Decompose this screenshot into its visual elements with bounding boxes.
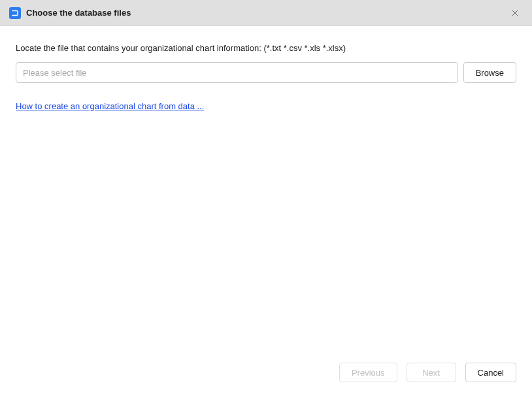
file-picker-row: Browse [16,62,516,83]
browse-button[interactable]: Browse [463,62,516,83]
instruction-text: Locate the file that contains your organ… [16,43,516,53]
content-area: Locate the file that contains your organ… [0,26,532,352]
close-button[interactable] [506,4,524,22]
app-icon [9,7,21,19]
dialog-title: Choose the database files [26,8,131,18]
titlebar: Choose the database files [0,0,532,26]
titlebar-left: Choose the database files [9,7,131,19]
file-path-input[interactable] [16,62,458,83]
footer: Previous Next Cancel [0,352,532,394]
previous-button[interactable]: Previous [339,363,397,382]
next-button[interactable]: Next [407,363,456,382]
cancel-button[interactable]: Cancel [465,363,516,382]
help-link[interactable]: How to create an organizational chart fr… [16,101,204,111]
